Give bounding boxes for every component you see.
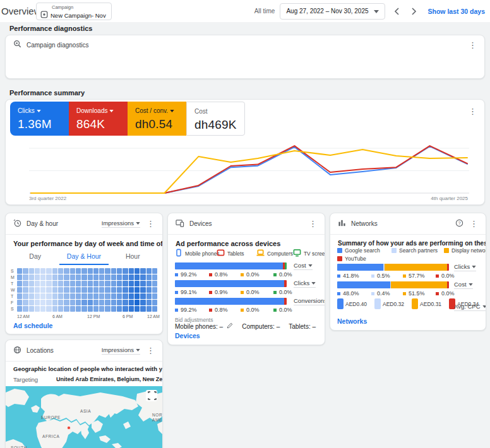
- bar-chart-icon: [338, 218, 346, 230]
- ad-schedule-link[interactable]: Ad schedule: [13, 322, 52, 329]
- bar-value: 0.5%: [371, 273, 390, 279]
- fullscreen-icon[interactable]: [146, 390, 157, 401]
- heatmap-cell: [111, 306, 116, 312]
- show-last-30-days-link[interactable]: Show last 30 days: [428, 8, 485, 15]
- stacked-bar-cost[interactable]: [337, 281, 449, 288]
- heatmap-cell: [105, 287, 110, 293]
- legend-item-display-network: Display network: [444, 247, 486, 254]
- bar-value: 57.7%: [403, 273, 425, 279]
- map-label-africa: AFRICA: [42, 434, 59, 439]
- tab-day[interactable]: Day: [11, 249, 59, 265]
- bid-adjustments-row: Mobile phones: –Computers: –Tablets: –: [175, 322, 316, 330]
- help-icon[interactable]: ?: [455, 218, 463, 230]
- heatmap-cell: [17, 293, 22, 299]
- heatmap-cell: [122, 293, 128, 299]
- heatmap-cell: [52, 268, 57, 274]
- heatmap-cell: [29, 306, 34, 312]
- stacked-bar-cost[interactable]: [175, 262, 287, 269]
- map-label-north-america-2: AME: [152, 418, 162, 422]
- clicks-dropdown[interactable]: Clicks: [294, 280, 316, 288]
- cost-dropdown[interactable]: Cost: [294, 262, 313, 270]
- metric-card-downloads[interactable]: Downloads864K: [69, 102, 128, 136]
- chart-line-clicks: [31, 146, 467, 193]
- date-next-button[interactable]: [408, 5, 421, 18]
- heatmap-hour-label: 6 PM: [122, 314, 133, 319]
- x-axis-left-label: 3rd quarter 2022: [29, 196, 66, 201]
- heatmap-cell: [140, 300, 145, 305]
- heatmap-cell: [152, 274, 157, 280]
- heatmap-cell: [146, 268, 152, 274]
- legend-item-mobile-phones: Mobile phones: [175, 249, 219, 258]
- metric-value: 864K: [76, 117, 128, 131]
- heatmap-cell: [140, 306, 145, 312]
- heatmap-cell: [134, 300, 140, 305]
- conversions-dropdown[interactable]: Conversions: [294, 297, 325, 305]
- avg-cpc-dropdown[interactable]: Avg. CPC: [454, 303, 486, 311]
- heatmap-cell: [29, 268, 34, 274]
- bar-segment: [447, 264, 449, 271]
- heatmap-cell: [17, 281, 22, 286]
- heatmap-cell: [152, 300, 157, 305]
- metric-dropdown[interactable]: Impressions: [102, 346, 140, 355]
- avg-cpc-swatch: [374, 298, 381, 309]
- heatmap-cell: [105, 274, 110, 280]
- bar-segment: [284, 280, 287, 287]
- clicks-dropdown[interactable]: Clicks: [454, 263, 476, 271]
- kebab-menu-icon[interactable]: ⋮: [309, 220, 317, 228]
- heatmap-cell: [17, 274, 22, 280]
- heatmap-cell: [23, 281, 28, 286]
- heatmap-cell: [52, 293, 57, 299]
- kebab-menu-icon[interactable]: ⋮: [146, 346, 155, 355]
- kebab-menu-icon[interactable]: ⋮: [146, 220, 155, 228]
- networks-description: Summary of how your ads are performing o…: [338, 240, 486, 247]
- tab-day-hour[interactable]: Day & Hour: [59, 249, 108, 265]
- devices-link[interactable]: Devices: [175, 332, 200, 339]
- metric-card-clicks[interactable]: Clicks1.36M: [10, 102, 69, 136]
- campaign-selector[interactable]: Campaign New Campaign- Nov: [36, 3, 112, 20]
- tab-hour[interactable]: Hour: [109, 249, 157, 265]
- bid-adjustment-item: Tablets: –: [289, 323, 316, 330]
- mobile-phone-icon: [175, 249, 182, 258]
- bid-adjustment-item: Mobile phones: –: [175, 323, 223, 330]
- metric-dropdown[interactable]: Impressions: [102, 220, 140, 228]
- heatmap-cell: [122, 300, 128, 305]
- stacked-bar-clicks[interactable]: [337, 264, 449, 271]
- bar-value: 0.0%: [241, 271, 260, 278]
- networks-link[interactable]: Networks: [337, 317, 367, 325]
- kebab-menu-icon[interactable]: ⋮: [470, 220, 478, 228]
- heatmap-cell: [134, 268, 140, 274]
- avg-cpc-item: AED0.32: [374, 298, 404, 309]
- heatmap-cell: [29, 281, 34, 286]
- kebab-menu-icon[interactable]: ⋮: [469, 107, 477, 115]
- bar-segment: [337, 264, 383, 271]
- stacked-bar-clicks[interactable]: [175, 280, 287, 287]
- heatmap-cell: [81, 300, 87, 305]
- cost-dropdown[interactable]: Cost: [454, 281, 473, 289]
- metric-card-cost-conv-[interactable]: Cost / conv.dh0.54: [128, 102, 186, 136]
- kebab-menu-icon[interactable]: ⋮: [469, 41, 477, 49]
- metric-label: Clicks: [18, 107, 69, 114]
- heatmap-cell: [58, 287, 63, 293]
- heatmap-cell: [29, 287, 34, 293]
- page-title: Overview: [1, 6, 41, 16]
- heatmap-cell: [40, 268, 45, 274]
- legend-item-tablets: Tablets: [217, 249, 244, 258]
- heatmap-cell: [46, 293, 51, 299]
- heatmap-cell: [146, 281, 152, 286]
- pencil-icon[interactable]: [227, 322, 233, 330]
- diagnostics-section-title: Performance diagnostics: [9, 25, 92, 32]
- metric-cards: Clicks1.36MDownloads864KCost / conv.dh0.…: [10, 102, 245, 136]
- heatmap-cell: [23, 293, 28, 299]
- performance-line-chart: [29, 144, 469, 197]
- stacked-bar-conversions[interactable]: [175, 298, 287, 305]
- heatmap-cell: [122, 281, 128, 286]
- heatmap-cell: [134, 281, 140, 286]
- heatmap-cell: [117, 306, 122, 312]
- date-prev-button[interactable]: [390, 5, 403, 18]
- world-map[interactable]: ASIA EUROPE AFRICA NOR AME SOUTH: [6, 386, 162, 448]
- heatmap-cell: [88, 300, 93, 305]
- date-range-selector[interactable]: Aug 27, 2022 – Nov 30, 2025: [280, 3, 385, 20]
- heatmap-cell: [129, 306, 134, 312]
- bar-segment: [175, 280, 284, 287]
- heatmap-cell: [64, 293, 69, 299]
